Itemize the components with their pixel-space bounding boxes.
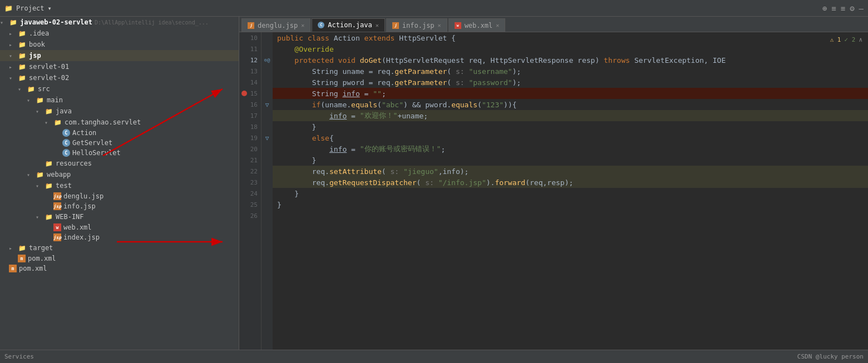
line-number-18: 18 <box>239 121 261 132</box>
top-bar-icons: ⊕ ≡ ≡ ⚙ — <box>822 4 864 13</box>
tree-item-servlet-01[interactable]: ▸ 📁 servlet-01 <box>0 61 239 72</box>
tree-item-src[interactable]: ▾ 📁 src <box>0 83 239 95</box>
folder-icon: 📁 <box>45 107 53 116</box>
gutter-cell-22 <box>262 166 273 177</box>
tree-label: web.xml <box>63 223 92 231</box>
line-number-22: 22 <box>239 166 261 177</box>
tree-label: main <box>47 96 63 104</box>
tree-item-webapp[interactable]: ▾ 📁 webapp <box>0 169 239 180</box>
tree-arrow: ▾ <box>18 86 27 92</box>
folder-icon: 📁 <box>18 29 27 38</box>
tree-label: pom.xml <box>19 265 47 272</box>
tree-item-action[interactable]: C Action <box>0 128 239 138</box>
tree-item-resources[interactable]: 📁 resources <box>0 158 239 169</box>
tab-info[interactable]: j info.jsp ✕ <box>386 18 447 32</box>
tree-item-info-jsp[interactable]: jsp info.jsp <box>0 201 239 211</box>
line-number-26: 26 <box>239 210 261 221</box>
editor-area: j denglu.jsp ✕ C Action.java ✕ j info.js… <box>239 17 868 350</box>
tree-item-idea[interactable]: ▸ 📁 .idea <box>0 28 239 39</box>
tree-label: info.jsp <box>63 202 96 210</box>
tree-arrow: ▸ <box>9 245 18 251</box>
tree-item-project[interactable]: ▾ 📁 javaweb-02-servlet D:\AllApp\intelli… <box>0 17 239 28</box>
line-number-25: 25 <box>239 199 261 210</box>
line-number-23: 23 <box>239 177 261 188</box>
tree-label: com.tanghao.servlet <box>65 118 141 126</box>
folder-icon: 📁 <box>45 181 53 190</box>
project-folder-icon: 📁 <box>4 4 13 12</box>
tree-item-package[interactable]: ▾ 📁 com.tanghao.servlet <box>0 117 239 128</box>
jsp-icon: jsp <box>53 202 61 210</box>
folder-icon: 📁 <box>9 18 18 27</box>
folder-icon: 📁 <box>45 159 53 168</box>
tree-item-webinf[interactable]: ▾ 📁 WEB-INF <box>0 211 239 222</box>
tree-label: GetServlet <box>72 139 112 147</box>
jsp-icon: jsp <box>53 192 61 200</box>
line-number-10: 10 <box>239 32 261 43</box>
tree-item-main[interactable]: ▾ 📁 main <box>0 95 239 106</box>
tree-label: test <box>56 182 72 190</box>
gutter-cell-26 <box>262 210 273 221</box>
tree-path: D:\AllApp\intellij idea\second_... <box>95 19 209 26</box>
tree-label: src <box>38 85 50 93</box>
settings-icon[interactable]: ⚙ <box>850 4 854 13</box>
tree-item-target[interactable]: ▸ 📁 target <box>0 242 239 253</box>
tree-item-web-xml[interactable]: w web.xml <box>0 222 239 232</box>
java-icon: C <box>62 149 70 157</box>
tree-arrow: ▸ <box>9 31 18 37</box>
tree-item-denglu-jsp[interactable]: jsp denglu.jsp <box>0 191 239 201</box>
tree-item-servlet-02[interactable]: ▾ 📁 servlet-02 <box>0 72 239 83</box>
folder-icon: 📁 <box>18 51 27 60</box>
folder-icon: 📁 <box>36 96 45 105</box>
code-line-18: } <box>273 121 868 132</box>
tree-label: servlet-01 <box>29 63 69 71</box>
tree-arrow: ▾ <box>45 120 53 126</box>
tab-close-info[interactable]: ✕ <box>438 22 441 28</box>
tree-arrow: ▾ <box>27 97 36 103</box>
tab-label: Action.java <box>328 21 372 29</box>
locate-icon[interactable]: ⊕ <box>822 4 827 13</box>
tree-label: book <box>29 41 45 48</box>
tab-action[interactable]: C Action.java ✕ <box>312 18 385 32</box>
xml-icon: w <box>53 223 61 231</box>
code-line-17: info = "欢迎你！"+uname; <box>273 110 868 121</box>
line-number-20: 20 <box>239 143 261 155</box>
filter-icon[interactable]: ≡ <box>841 4 845 13</box>
tab-close-denglu[interactable]: ✕ <box>301 22 304 28</box>
sort-icon[interactable]: ≡ <box>831 4 836 13</box>
tree-label: index.jsp <box>63 233 100 241</box>
tree-item-getservlet[interactable]: C GetServlet <box>0 138 239 148</box>
tree-item-helloservlet[interactable]: C HelloServlet <box>0 148 239 158</box>
tree-item-pom-xml-2[interactable]: m pom.xml <box>0 263 239 274</box>
line-number-24: 24 <box>239 188 261 199</box>
tree-label: webapp <box>47 171 71 178</box>
tree-item-test[interactable]: ▾ 📁 test <box>0 180 239 191</box>
tree-item-index-jsp[interactable]: jsp index.jsp <box>0 232 239 242</box>
tab-close-web[interactable]: ✕ <box>496 22 499 28</box>
line-number-15: 15 <box>239 88 261 99</box>
code-line-12: protected void doGet(HttpServletRequest … <box>273 54 868 66</box>
tree-item-pom-xml-1[interactable]: m pom.xml <box>0 253 239 263</box>
tab-web[interactable]: w web.xml ✕ <box>448 18 506 32</box>
tab-close-action[interactable]: ✕ <box>376 22 379 28</box>
folder-icon: 📁 <box>18 40 27 49</box>
maven-icon: m <box>9 265 17 272</box>
code-line-16: if(uname.equals("abc") && pword.equals("… <box>273 99 868 110</box>
code-line-23: req.getRequestDispatcher( s: "/info.jsp"… <box>273 177 868 188</box>
tab-denglu[interactable]: j denglu.jsp ✕ <box>241 18 310 32</box>
tab-label: info.jsp <box>402 22 435 29</box>
tree-item-java[interactable]: ▾ 📁 java <box>0 106 239 117</box>
line-number-12: 12 <box>239 54 261 66</box>
gutter-cell-20 <box>262 143 273 155</box>
line-number-11: 11 <box>239 43 261 54</box>
tree-item-jsp[interactable]: ▾ 📁 jsp <box>0 50 239 61</box>
tree-item-book[interactable]: ▸ 📁 book <box>0 39 239 50</box>
code-editor: 10 11 12 13 14 15 16 17 18 19 20 21 22 2… <box>239 32 868 350</box>
gutter-cell-18 <box>262 121 273 132</box>
code-content[interactable]: public class Action extends HttpServlet … <box>273 32 868 350</box>
project-dropdown-arrow[interactable]: ▾ <box>48 4 52 12</box>
tree-label: java <box>56 107 72 115</box>
services-label: Services <box>4 353 34 360</box>
tree-arrow: ▾ <box>0 19 9 26</box>
close-icon[interactable]: — <box>859 4 864 13</box>
code-line-20: info = "你的账号或密码错误！"; <box>273 143 868 155</box>
